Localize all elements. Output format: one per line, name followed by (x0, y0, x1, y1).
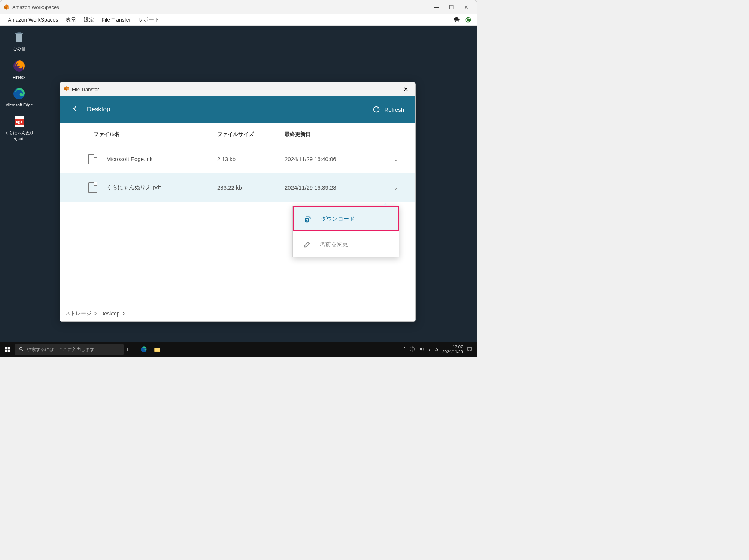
taskbar-edge-icon[interactable] (139, 345, 148, 354)
maximize-button[interactable]: ☐ (444, 1, 459, 13)
desktop-label: ごみ箱 (4, 46, 34, 52)
ime-indicator[interactable]: A (435, 346, 439, 352)
taskbar: 検索するには、ここに入力します ˆ ℰ A 17:07 2024/11/29 (0, 342, 477, 357)
file-size: 2.13 kb (217, 156, 285, 162)
clock-date: 2024/11/29 (442, 349, 463, 354)
desktop-label: Microsoft Edge (4, 103, 34, 107)
menu-arrow (382, 203, 388, 206)
file-name: くらにゃんぬりえ.pdf (106, 184, 217, 191)
rename-menu-item[interactable]: 名前を変更 (293, 231, 399, 257)
location-label: Desktop (87, 106, 372, 113)
file-date: 2024/11/29 16:39:28 (285, 184, 382, 191)
menu-app[interactable]: Amazon WorkSpaces (4, 15, 62, 24)
titlebar: Amazon WorkSpaces — ☐ ✕ (0, 0, 477, 14)
svg-text:PDF: PDF (16, 121, 23, 124)
tray-up-icon[interactable]: ˆ (404, 347, 406, 352)
desktop-icon-trash[interactable]: ごみ箱 (4, 30, 34, 52)
svg-rect-8 (8, 347, 10, 349)
search-icon (19, 346, 24, 353)
svg-rect-7 (5, 347, 7, 349)
svg-point-0 (466, 17, 471, 22)
edit-icon (303, 240, 312, 248)
close-button[interactable]: ✕ (459, 1, 474, 13)
svg-rect-12 (128, 348, 130, 351)
menu-support[interactable]: サポート (134, 15, 163, 25)
table-row[interactable]: くらにゃんぬりえ.pdf 283.22 kb 2024/11/29 16:39:… (60, 173, 415, 202)
desktop: ごみ箱 Firefox Microsoft Edge PDF くらにゃんぬりえ.… (0, 26, 477, 356)
refresh-icon[interactable] (463, 15, 473, 25)
clock[interactable]: 17:07 2024/11/29 (442, 345, 463, 354)
col-name[interactable]: ファイル名 (60, 131, 217, 138)
menu-settings[interactable]: 設定 (80, 15, 98, 25)
app-window: Amazon WorkSpaces — ☐ ✕ Amazon WorkSpace… (0, 0, 477, 357)
refresh-label: Refresh (384, 106, 404, 113)
table-row[interactable]: Microsoft Edge.lnk 2.13 kb 2024/11/29 16… (60, 145, 415, 173)
volume-icon[interactable] (419, 346, 425, 353)
clock-time: 17:07 (442, 345, 463, 349)
download-icon (304, 215, 313, 223)
taskbar-search[interactable]: 検索するには、ここに入力します (15, 344, 124, 355)
file-transfer-title: File Transfer (72, 87, 400, 92)
svg-rect-16 (468, 347, 472, 350)
start-button[interactable] (0, 342, 15, 357)
notification-icon[interactable] (467, 346, 473, 353)
refresh-button[interactable]: Refresh (372, 105, 404, 113)
svg-rect-10 (8, 350, 10, 352)
search-placeholder: 検索するには、ここに入力します (27, 346, 94, 353)
svg-rect-9 (5, 350, 7, 352)
col-size[interactable]: ファイルサイズ (217, 131, 285, 138)
desktop-icons: ごみ箱 Firefox Microsoft Edge PDF くらにゃんぬりえ.… (4, 30, 34, 148)
desktop-icon-edge[interactable]: Microsoft Edge (4, 86, 34, 107)
file-size: 283.22 kb (217, 184, 285, 191)
app-icon (3, 4, 10, 10)
file-icon (88, 154, 97, 164)
breadcrumb-root[interactable]: ストレージ (65, 310, 91, 317)
col-date[interactable]: 最終更新日 (285, 131, 382, 138)
download-menu-item[interactable]: ダウンロード (293, 206, 399, 231)
menu-view[interactable]: 表示 (62, 15, 80, 25)
file-transfer-header: Desktop Refresh (60, 96, 415, 123)
menu-file-transfer[interactable]: File Transfer (98, 15, 134, 24)
download-label: ダウンロード (321, 215, 355, 223)
file-name: Microsoft Edge.lnk (106, 156, 217, 162)
file-transfer-titlebar: File Transfer ✕ (60, 82, 415, 96)
svg-rect-13 (131, 348, 133, 351)
task-view-icon[interactable] (126, 345, 135, 354)
chevron-down-icon[interactable]: ⌄ (382, 156, 415, 162)
svg-point-11 (19, 347, 22, 350)
desktop-icon-firefox[interactable]: Firefox (4, 58, 34, 79)
back-icon[interactable] (71, 105, 80, 114)
file-transfer-close-button[interactable]: ✕ (400, 83, 412, 95)
file-icon (88, 182, 97, 193)
file-transfer-window: File Transfer ✕ Desktop Refresh ファイル名 ファ… (60, 82, 416, 322)
desktop-label: くらにゃんぬりえ.pdf (4, 130, 34, 142)
taskbar-explorer-icon[interactable] (153, 345, 162, 354)
app-icon (64, 85, 70, 93)
cloud-icon[interactable] (452, 15, 462, 25)
chevron-down-icon[interactable]: ⌄ (382, 185, 415, 191)
rename-label: 名前を変更 (320, 241, 348, 248)
titlebar-title: Amazon WorkSpaces (12, 4, 429, 10)
context-menu: ダウンロード 名前を変更 (292, 206, 399, 257)
accessibility-icon[interactable]: ℰ (429, 347, 431, 352)
minimize-button[interactable]: — (429, 1, 444, 13)
file-date: 2024/11/29 16:40:06 (285, 156, 382, 162)
desktop-icon-pdf[interactable]: PDF くらにゃんぬりえ.pdf (4, 114, 34, 142)
system-tray: ˆ ℰ A 17:07 2024/11/29 (400, 345, 477, 354)
breadcrumb-current[interactable]: Desktop (100, 311, 119, 317)
menubar: Amazon WorkSpaces 表示 設定 File Transfer サポ… (0, 14, 477, 26)
network-icon[interactable] (409, 346, 415, 353)
table-header: ファイル名 ファイルサイズ 最終更新日 (60, 123, 415, 145)
desktop-label: Firefox (4, 75, 34, 79)
breadcrumb: ストレージ > Desktop > (60, 305, 415, 321)
